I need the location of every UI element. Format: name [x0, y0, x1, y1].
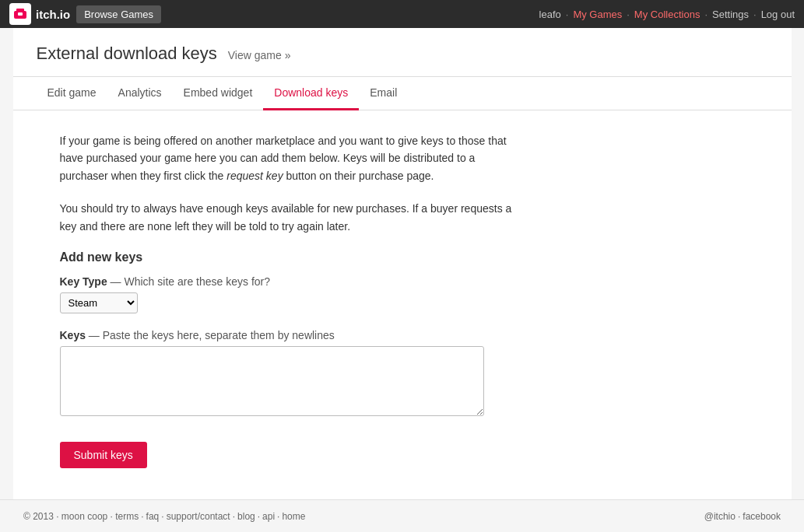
- footer-link-facebook[interactable]: facebook: [743, 511, 781, 522]
- header: itch.io Browse Games leafo · My Games · …: [0, 0, 804, 28]
- logo-icon: [9, 3, 31, 25]
- main-wrapper: External download keys View game » Edit …: [13, 28, 792, 499]
- content: If your game is being offered on another…: [13, 110, 792, 499]
- my-collections-link[interactable]: My Collections: [634, 9, 700, 20]
- footer-copyright: © 2013 · moon coop ·: [23, 511, 113, 522]
- description-paragraph-2: You should try to always have enough key…: [60, 200, 527, 235]
- footer-link-home[interactable]: home: [282, 511, 305, 522]
- key-type-hint: — Which site are these keys for?: [111, 275, 270, 288]
- footer-link-itchio[interactable]: @itchio: [704, 511, 736, 522]
- tab-analytics[interactable]: Analytics: [107, 77, 173, 110]
- browse-games-button[interactable]: Browse Games: [76, 5, 161, 23]
- footer-link-terms[interactable]: terms: [115, 511, 139, 522]
- key-type-label: Key Type — Which site are these keys for…: [60, 275, 745, 288]
- tab-email[interactable]: Email: [359, 77, 408, 110]
- tab-embed-widget[interactable]: Embed widget: [173, 77, 264, 110]
- footer-link-api[interactable]: api: [262, 511, 275, 522]
- logo[interactable]: itch.io: [9, 3, 70, 25]
- page-title: External download keys: [37, 44, 217, 63]
- footer-link-support[interactable]: support/contact: [167, 511, 230, 522]
- svg-rect-1: [16, 9, 24, 12]
- keys-textarea[interactable]: [60, 346, 484, 416]
- username-label: leafo: [539, 9, 561, 20]
- description-paragraph-1: If your game is being offered on another…: [60, 132, 527, 184]
- submit-keys-button[interactable]: Submit keys: [60, 442, 147, 468]
- logout-link[interactable]: Log out: [761, 9, 795, 20]
- request-key-italic: request key: [226, 170, 283, 182]
- footer-left: © 2013 · moon coop · terms·faq·support/c…: [23, 511, 305, 522]
- add-keys-title: Add new keys: [60, 250, 745, 264]
- page-header: External download keys View game »: [13, 28, 792, 77]
- footer-right: @itchio·facebook: [704, 511, 781, 522]
- tabs: Edit game Analytics Embed widget Downloa…: [13, 77, 792, 110]
- key-type-field-group: Key Type — Which site are these keys for…: [60, 275, 745, 313]
- keys-field-group: Keys — Paste the keys here, separate the…: [60, 329, 745, 418]
- keys-label: Keys — Paste the keys here, separate the…: [60, 329, 745, 341]
- svg-rect-2: [18, 12, 23, 16]
- footer: © 2013 · moon coop · terms·faq·support/c…: [0, 499, 804, 532]
- key-type-select[interactable]: Steam Desura GOG Humble Other: [60, 292, 138, 313]
- footer-link-blog[interactable]: blog: [237, 511, 255, 522]
- keys-hint: — Paste the keys here, separate them by …: [89, 329, 335, 341]
- submit-group: Submit keys: [60, 434, 745, 468]
- settings-link[interactable]: Settings: [712, 9, 749, 20]
- logo-text: itch.io: [36, 8, 70, 21]
- view-game-link[interactable]: View game »: [228, 49, 291, 61]
- header-left: itch.io Browse Games: [9, 3, 161, 25]
- tab-edit-game[interactable]: Edit game: [37, 77, 107, 110]
- header-right: leafo · My Games · My Collections · Sett…: [539, 9, 795, 20]
- footer-link-faq[interactable]: faq: [146, 511, 160, 522]
- my-games-link[interactable]: My Games: [573, 9, 622, 20]
- tab-download-keys[interactable]: Download keys: [263, 77, 359, 110]
